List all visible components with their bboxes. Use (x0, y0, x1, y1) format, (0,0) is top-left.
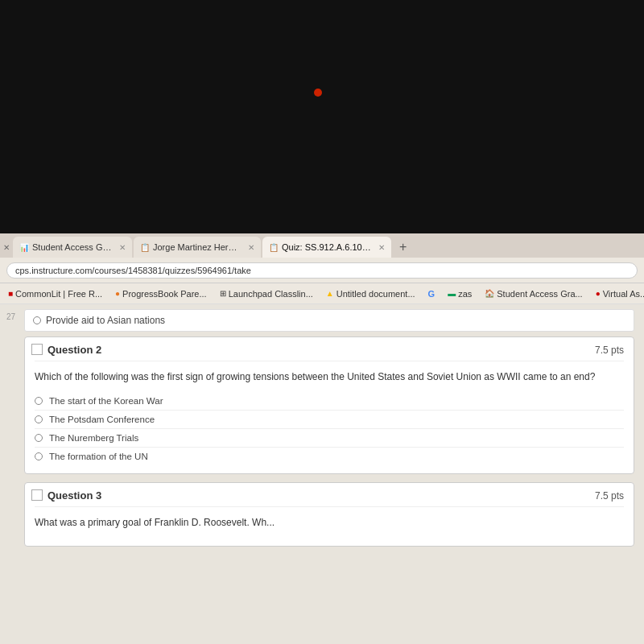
radio-q2-a4 (35, 452, 43, 460)
tab-close-quiz[interactable]: ✕ (378, 243, 385, 252)
answer-label-potsdam: The Potsdam Conference (49, 415, 155, 424)
red-dot (314, 89, 322, 97)
bookmark-icon-student-access: 🏠 (485, 289, 494, 298)
bookmark-label-launchpad: Launchpad Classlin... (229, 289, 313, 299)
tab-bar: ✕ 📊 Student Access Gradebook ✕ 📋 Jorge M… (0, 233, 644, 258)
bookmark-virtual[interactable]: ● Virtual As... (592, 289, 644, 299)
answer-option-nuremberg[interactable]: The Nuremberg Trials (35, 429, 624, 448)
address-text: cps.instructure.com/courses/1458381/quiz… (15, 266, 251, 275)
bookmark-sheets[interactable]: ▬ zas (444, 289, 475, 299)
tab-close-jorge[interactable]: ✕ (248, 243, 254, 252)
tab-label-student: Student Access Gradebook (32, 242, 113, 252)
bookmark-student-access[interactable]: 🏠 Student Access Gra... (481, 289, 585, 299)
bookmark-label-commonlit: CommonLit | Free R... (15, 289, 102, 299)
bookmark-icon-progressbook: ● (115, 289, 120, 298)
tab-icon-student: 📊 (19, 243, 29, 252)
tab-quiz[interactable]: 📋 Quiz: SS.912.A.6.10 Formative (3... ✕ (262, 237, 391, 258)
question-3-text: What was a primary goal of Franklin D. R… (35, 515, 624, 530)
bookmark-icon-commonlit: ■ (8, 289, 13, 298)
radio-q2-a3 (35, 434, 43, 442)
bookmark-commonlit[interactable]: ■ CommonLit | Free R... (5, 289, 105, 299)
bookmark-progressbook[interactable]: ● ProgressBook Pare... (112, 289, 210, 299)
bookmark-label-progressbook: ProgressBook Pare... (122, 289, 207, 299)
answer-option-un[interactable]: The formation of the UN (35, 448, 624, 465)
bookmark-label-google: G (428, 289, 436, 299)
address-bar: cps.instructure.com/courses/1458381/quiz… (0, 258, 644, 283)
question-2-text: Which of the following was the first sig… (35, 369, 624, 384)
question-2-checkbox[interactable] (31, 344, 43, 355)
question-2-pts: 7.5 pts (595, 345, 624, 356)
question-3-checkbox[interactable] (31, 489, 43, 501)
question-2-body: Which of the following was the first sig… (25, 361, 634, 473)
radio-prev (33, 316, 41, 324)
bookmark-launchpad[interactable]: ⊞ Launchpad Classlin... (217, 289, 316, 299)
bookmark-icon-untitled: ▲ (326, 289, 334, 298)
tab-student-access[interactable]: 📊 Student Access Gradebook ✕ (13, 237, 132, 258)
bookmark-untitled-doc[interactable]: ▲ Untitled document... (323, 289, 419, 299)
question-3-block: Question 3 7.5 pts What was a primary go… (24, 482, 634, 547)
radio-q2-a1 (35, 397, 43, 405)
side-number: 27 (6, 312, 15, 321)
quiz-area: 27 Provide aid to Asian nations Question… (0, 304, 644, 558)
question-3-body: What was a primary goal of Franklin D. R… (25, 507, 634, 546)
tab-icon-jorge: 📋 (140, 243, 150, 252)
tab-jorge[interactable]: 📋 Jorge Martinez Hernandez's Qui... ✕ (134, 237, 261, 258)
bookmark-google[interactable]: G (425, 289, 439, 299)
page-content: 27 Provide aid to Asian nations Question… (0, 304, 644, 644)
bookmark-label-virtual: Virtual As... (603, 289, 644, 299)
bookmarks-bar: ■ CommonLit | Free R... ● ProgressBook P… (0, 283, 644, 304)
question-3-pts: 7.5 pts (595, 490, 624, 502)
answer-label-korean-war: The start of the Korean War (49, 396, 163, 406)
bookmark-label-untitled: Untitled document... (336, 289, 415, 299)
answer-option-potsdam[interactable]: The Potsdam Conference (35, 411, 624, 429)
question-2-block: Question 2 7.5 pts Which of the followin… (24, 336, 634, 474)
tab-close-student[interactable]: ✕ (119, 243, 126, 252)
answer-option-korean-war[interactable]: The start of the Korean War (35, 392, 624, 411)
previous-answer-option[interactable]: Provide aid to Asian nations (24, 309, 634, 332)
question-3-title: Question 3 (47, 489, 101, 502)
tab-close-x[interactable]: ✕ (3, 243, 10, 252)
answer-label-un: The formation of the UN (49, 452, 148, 461)
address-input[interactable]: cps.instructure.com/courses/1458381/quiz… (6, 262, 638, 279)
bookmark-icon-launchpad: ⊞ (220, 289, 226, 298)
answer-label-nuremberg: The Nuremberg Trials (49, 433, 138, 443)
bookmark-icon-sheets: ▬ (448, 289, 456, 298)
new-tab-button[interactable]: + (393, 237, 413, 258)
radio-q2-a2 (35, 415, 43, 423)
new-tab-label: + (399, 240, 407, 254)
question-2-title: Question 2 (47, 344, 101, 356)
prev-option-label: Provide aid to Asian nations (46, 315, 165, 326)
dark-background (0, 0, 644, 233)
bookmark-icon-virtual: ● (596, 289, 601, 298)
bookmark-label-student-access: Student Access Gra... (497, 289, 582, 299)
tab-label-jorge: Jorge Martinez Hernandez's Qui... (153, 242, 242, 252)
browser-chrome: ✕ 📊 Student Access Gradebook ✕ 📋 Jorge M… (0, 233, 644, 304)
bookmark-label-sheets: zas (458, 289, 472, 299)
tab-label-quiz: Quiz: SS.912.A.6.10 Formative (3... (282, 242, 372, 252)
tab-icon-quiz: 📋 (269, 243, 279, 252)
